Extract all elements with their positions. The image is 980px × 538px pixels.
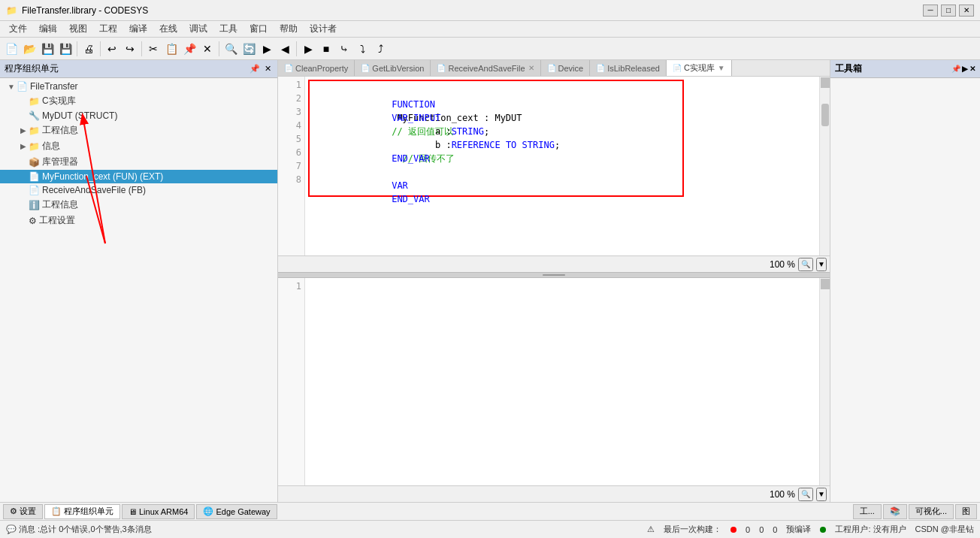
maximize-button[interactable]: □ <box>941 5 956 17</box>
expander-gongcheng1[interactable]: ▶ <box>18 126 29 134</box>
close-sidebar-icon[interactable]: ✕ <box>263 64 273 74</box>
menu-file[interactable]: 文件 <box>3 21 33 37</box>
xinxi-icon: 📁 <box>29 141 40 152</box>
toolbox-arrow[interactable]: ▶ <box>962 65 968 73</box>
toolbox-close[interactable]: ✕ <box>969 65 975 73</box>
lower-code-content[interactable] <box>305 278 819 485</box>
tab-cleanproperty-label: CleanProperty <box>295 64 348 73</box>
tab-receiveandsavefile-close[interactable]: ✕ <box>528 64 534 72</box>
tab-getlibversion-icon: 📄 <box>361 64 370 72</box>
tab-islibr[interactable]: 📄 IsLibReleased <box>590 60 667 77</box>
code-with-border[interactable]: FUNCTION MyFunction_cext : MyDUT // 返回值可… <box>305 77 819 255</box>
right-tab-tools[interactable]: 工... <box>853 504 882 519</box>
run-button[interactable]: ▶ <box>300 41 316 57</box>
warnings-count: 0 <box>759 525 764 534</box>
line-numbers-upper: 1 2 3 4 5 6 7 8 <box>278 77 305 255</box>
build-label: 最后一次构建： <box>664 524 721 535</box>
tab-cshixiank-close[interactable]: ▼ <box>718 64 725 72</box>
h-splitter[interactable] <box>278 272 830 278</box>
search-button[interactable]: 🔍 <box>222 41 239 57</box>
tab-device[interactable]: 📄 Device <box>541 60 591 77</box>
right-scrollbar-upper[interactable] <box>819 77 830 255</box>
tree-item-myfunction[interactable]: 📄 MyFunction_cext (FUN) (EXT) <box>0 170 277 183</box>
right-tab-lib[interactable]: 📚 <box>883 504 907 519</box>
titlebar-left: 📁 FileTransfer.library - CODESYS <box>6 5 148 16</box>
menu-debug[interactable]: 调试 <box>183 21 213 37</box>
step-over[interactable]: ⤷ <box>336 41 352 57</box>
print-button[interactable]: 🖨 <box>80 41 97 57</box>
tree-item-mydut[interactable]: 🔧 MyDUT (STRUCT) <box>0 109 277 122</box>
tree-item-clib[interactable]: 📁 C实现库 <box>0 93 277 109</box>
tree-item-xinxi[interactable]: ▶ 📁 信息 <box>0 138 277 154</box>
step-out[interactable]: ⤴ <box>372 41 389 57</box>
close-button[interactable]: ✕ <box>959 5 974 17</box>
tree-item-filetransfer[interactable]: ▼ 📄 FileTransfer <box>0 80 277 93</box>
right-scrollbar-lower[interactable] <box>819 278 830 485</box>
tree-item-receiveandsave[interactable]: 📄 ReceiveAndSaveFile (FB) <box>0 183 277 197</box>
delete-button[interactable]: ✕ <box>199 41 216 57</box>
find-next[interactable]: ▶ <box>259 41 275 57</box>
expander-filetransfer[interactable]: ▼ <box>6 83 17 91</box>
step-into[interactable]: ⤵ <box>354 41 371 57</box>
tab-cleanproperty[interactable]: 📄 CleanProperty <box>278 60 355 77</box>
find-prev[interactable]: ◀ <box>277 41 293 57</box>
zoom-button-lower[interactable]: 🔍 <box>798 488 813 501</box>
cut-button[interactable]: ✂ <box>145 41 162 57</box>
tabs-bar: 📄 CleanProperty 📄 GetLibVersion 📄 Receiv… <box>278 60 830 77</box>
menu-designer[interactable]: 设计者 <box>304 21 343 37</box>
toolbox-pin[interactable]: 📌 <box>951 65 960 73</box>
tab-receiveandsavefile[interactable]: 📄 ReceiveAndSaveFile ✕ <box>431 60 540 77</box>
statusbar-tab-linuxarm64[interactable]: 🖥 Linux ARM64 <box>122 504 195 519</box>
tab-getlibversion[interactable]: 📄 GetLibVersion <box>355 60 431 77</box>
menu-online[interactable]: 在线 <box>153 21 183 37</box>
tree-item-gongcheng1[interactable]: ▶ 📁 工程信息 <box>0 122 277 138</box>
toolbox-content <box>830 78 980 502</box>
ln-2: 2 <box>278 92 304 105</box>
menu-edit[interactable]: 编辑 <box>33 21 63 37</box>
toolbox: 工具箱 📌 ▶ ✕ <box>830 60 980 502</box>
pin-icon[interactable]: 📌 <box>248 64 262 74</box>
statusbar-tab-edgegateway[interactable]: 🌐 Edge Gateway <box>196 504 277 519</box>
tab-receiveandsavefile-icon: 📄 <box>437 64 446 72</box>
scrollbar-thumb-upper[interactable] <box>821 104 829 126</box>
titlebar-controls[interactable]: ─ □ ✕ <box>923 5 974 17</box>
right-tab-visual[interactable]: 可视化... <box>909 504 954 519</box>
statusbar-tab-pou-label: 程序组织单元 <box>64 506 113 517</box>
menu-help[interactable]: 帮助 <box>274 21 304 37</box>
editor-area: 📄 CleanProperty 📄 GetLibVersion 📄 Receiv… <box>278 60 830 502</box>
ln-8: 8 <box>278 173 304 186</box>
statusbar-tab-settings[interactable]: ⚙ 设置 <box>3 504 43 519</box>
xinxi-label: 信息 <box>42 140 60 153</box>
zoom-dropdown-upper[interactable]: ▼ <box>816 258 827 271</box>
zoom-button-upper[interactable]: 🔍 <box>798 258 813 271</box>
open-button[interactable]: 📂 <box>21 41 38 57</box>
new-button[interactable]: 📄 <box>3 41 20 57</box>
tree-item-gongcheng2[interactable]: ℹ️ 工程信息 <box>0 197 277 213</box>
copy-button[interactable]: 📋 <box>163 41 180 57</box>
minimize-button[interactable]: ─ <box>923 5 938 17</box>
tab-cshixiank[interactable]: 📄 C实现库 ▼ <box>667 60 732 77</box>
code-border-box: FUNCTION MyFunction_cext : MyDUT // 返回值可… <box>308 80 684 197</box>
menu-build[interactable]: 编译 <box>123 21 153 37</box>
sidebar-header: 程序组织单元 📌 ✕ <box>0 60 277 78</box>
menu-window[interactable]: 窗口 <box>243 21 274 37</box>
paste-button[interactable]: 📌 <box>181 41 198 57</box>
tab-cshixiank-icon: 📄 <box>673 64 682 72</box>
menu-tools[interactable]: 工具 <box>213 21 243 37</box>
undo-button[interactable]: ↩ <box>104 41 120 57</box>
line-numbers-lower: 1 <box>278 278 305 485</box>
menu-project[interactable]: 工程 <box>93 21 123 37</box>
save-button[interactable]: 💾 <box>39 41 56 57</box>
expander-xinxi[interactable]: ▶ <box>18 142 29 150</box>
zoom-dropdown-lower[interactable]: ▼ <box>816 488 827 501</box>
statusbar-tab-pou[interactable]: 📋 程序组织单元 <box>44 504 120 519</box>
menu-view[interactable]: 视图 <box>63 21 93 37</box>
stop-button[interactable]: ■ <box>318 41 334 57</box>
replace-button[interactable]: 🔄 <box>240 41 257 57</box>
tree-item-kuguanli[interactable]: 📦 库管理器 <box>0 154 277 170</box>
save-all-button[interactable]: 💾 <box>57 41 74 57</box>
right-tab-props[interactable]: 图 <box>955 504 977 519</box>
toolbar-sep-3 <box>141 41 142 56</box>
redo-button[interactable]: ↪ <box>122 41 138 57</box>
tree-item-gongchengset[interactable]: ⚙ 工程设置 <box>0 213 277 228</box>
